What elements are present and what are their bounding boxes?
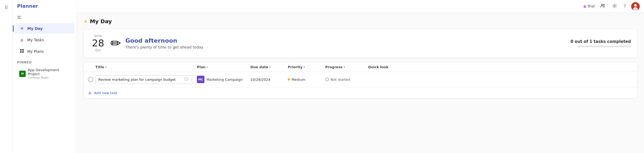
sidebar-item-my-tasks[interactable]: ⌂ My Tasks	[15, 35, 75, 45]
sidebar-item-label-my-plans: My Plans	[27, 49, 44, 54]
task-info-icon[interactable]: ⓘ	[184, 77, 188, 82]
task-more-icon[interactable]: ⋮	[190, 77, 194, 82]
date-day-num: 28	[90, 38, 106, 49]
col-title-label: Title	[95, 65, 104, 69]
col-header-due: Due date ▾	[250, 65, 288, 69]
col-quick-label: Quick look	[368, 65, 633, 69]
plan-info: App Development Project Contoso Team	[28, 68, 70, 79]
tasks-summary: 0 out of 1 tasks completed	[571, 39, 631, 47]
priority-sort-icon: ▾	[304, 66, 305, 69]
task-due-cell: 10/28/2024	[250, 78, 288, 82]
sidebar-collapse-button[interactable]	[15, 13, 24, 22]
top-bar: ◆ Trial ?	[77, 0, 644, 13]
svg-rect-4	[22, 49, 24, 51]
progress-sort-icon: ▾	[344, 66, 345, 69]
col-header-plan: Plan ▾	[197, 65, 250, 69]
svg-rect-5	[20, 51, 22, 53]
sidebar-header: Planner	[13, 0, 77, 12]
settings-icon[interactable]	[611, 2, 618, 11]
pinned-plan-item[interactable]: H App Development Project Contoso Team	[15, 66, 75, 82]
svg-rect-2	[17, 18, 21, 19]
svg-point-7	[601, 4, 603, 6]
col-due-label: Due date	[250, 65, 268, 69]
avatar[interactable]	[631, 2, 640, 11]
add-task-label: Add new task	[94, 91, 118, 95]
svg-rect-0	[17, 16, 21, 17]
task-plan-name: Marketing Campaign	[207, 78, 243, 82]
task-table: Title ▾ Plan ▾ Due date ▾	[83, 62, 638, 99]
svg-point-8	[603, 4, 604, 5]
col-header-title: Title ▾	[95, 65, 197, 69]
task-title-box: Review marketing plan for campaign budge…	[95, 75, 197, 84]
sidebar-item-label-my-tasks: My Tasks	[27, 38, 44, 42]
page-content: ☀ My Day MON 28 Oct ✏️ Good afternoon Th…	[77, 13, 644, 153]
col-header-quick: Quick look	[368, 65, 633, 69]
trial-diamond-icon: ◆	[583, 4, 587, 9]
task-progress-cell: Not started	[325, 78, 368, 82]
progress-circle-icon	[325, 78, 329, 81]
my-plans-icon	[19, 49, 25, 54]
col-priority-sort[interactable]: Priority ▾	[288, 65, 325, 69]
greeting-heading: Good afternoon	[125, 37, 203, 44]
col-progress-label: Progress	[325, 65, 343, 69]
add-task-icon: +	[88, 90, 92, 96]
col-priority-label: Priority	[288, 65, 302, 69]
date-block: MON 28 Oct	[90, 34, 106, 52]
top-bar-right: ◆ Trial ?	[583, 2, 640, 11]
greeting-subtitle: There's plenty of time to get ahead toda…	[125, 45, 203, 49]
plan-name: App Development Project	[28, 68, 70, 76]
col-plan-label: Plan	[197, 65, 205, 69]
svg-rect-6	[22, 51, 24, 53]
col-header-progress: Progress ▾	[325, 65, 368, 69]
sidebar: Planner ☀ My Day ⌂ My Tasks My Plans Pin…	[13, 0, 77, 153]
sidebar-item-label-my-day: My Day	[27, 26, 43, 31]
task-progress-text: Not started	[331, 78, 350, 82]
task-title-cell: Review marketing plan for campaign budge…	[95, 75, 197, 84]
tasks-count-text: 0 out of 1 tasks completed	[571, 39, 631, 44]
col-title-sort[interactable]: Title ▾	[95, 65, 197, 69]
plan-sort-icon: ▾	[207, 66, 208, 69]
svg-point-11	[634, 4, 637, 7]
greeting-text: Good afternoon There's plenty of time to…	[125, 37, 203, 49]
task-plan-badge: MC	[197, 76, 204, 83]
plan-team: Contoso Team	[28, 76, 70, 79]
task-checkbox[interactable]	[88, 77, 93, 82]
page-title-row: ☀ My Day	[83, 18, 638, 25]
main-content: ◆ Trial ?	[77, 0, 644, 153]
priority-dot	[288, 78, 290, 80]
help-icon[interactable]: ?	[623, 3, 627, 10]
title-sort-icon: ▾	[105, 66, 107, 69]
task-plan-cell: MC Marketing Campaign	[197, 76, 250, 83]
svg-rect-1	[17, 17, 20, 18]
trial-badge[interactable]: ◆ Trial	[583, 4, 595, 9]
my-tasks-icon: ⌂	[19, 37, 25, 42]
task-title-text: Review marketing plan for campaign budge…	[98, 78, 183, 82]
col-progress-sort[interactable]: Progress ▾	[325, 65, 368, 69]
add-task-row[interactable]: + Add new task	[84, 87, 637, 98]
progress-bar-container	[577, 46, 631, 47]
waffle-icon[interactable]: ⠿	[2, 3, 10, 13]
my-day-icon: ☀	[19, 26, 25, 31]
table-row: Review marketing plan for campaign budge…	[84, 72, 637, 87]
sidebar-item-my-day[interactable]: ☀ My Day	[15, 23, 75, 34]
pinned-section-label: Pinned	[13, 57, 77, 65]
svg-rect-3	[20, 49, 22, 51]
app-icon-nav: ⠿	[0, 0, 13, 153]
task-priority-cell: Medium	[288, 78, 325, 82]
col-header-priority: Priority ▾	[288, 65, 325, 69]
people-icon[interactable]	[599, 2, 607, 11]
col-plan-sort[interactable]: Plan ▾	[197, 65, 250, 69]
trial-label: Trial	[588, 4, 595, 8]
app-title: Planner	[17, 3, 38, 9]
col-due-sort[interactable]: Due date ▾	[250, 65, 288, 69]
date-month: Oct	[90, 49, 106, 52]
sidebar-item-my-plans[interactable]: My Plans	[15, 46, 75, 57]
page-title: My Day	[90, 18, 112, 25]
table-header: Title ▾ Plan ▾ Due date ▾	[84, 62, 637, 72]
task-priority-text: Medium	[292, 78, 305, 82]
plan-icon: H	[19, 71, 26, 77]
svg-point-9	[614, 5, 615, 6]
greeting-card: MON 28 Oct ✏️ Good afternoon There's ple…	[83, 29, 638, 58]
page-title-icon: ☀	[83, 19, 88, 24]
pencil-icon: ✏️	[110, 37, 121, 50]
